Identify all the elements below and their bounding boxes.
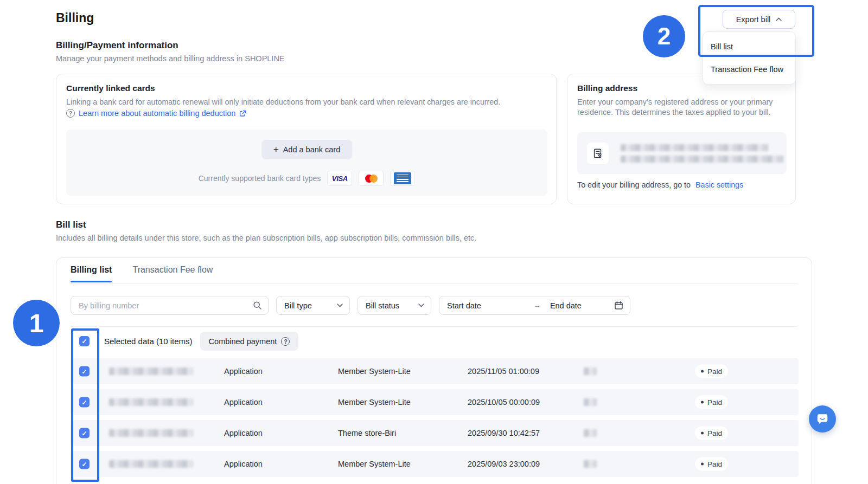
page-title: Billing xyxy=(56,11,94,25)
billing-address-title: Billing address xyxy=(577,83,637,93)
chat-bubble-icon xyxy=(815,412,829,426)
linked-cards-panel: + Add a bank card Currently supported ba… xyxy=(66,130,547,196)
calendar-icon xyxy=(614,301,623,310)
question-circle-icon: ? xyxy=(281,337,290,346)
status-badge: Paid xyxy=(695,365,728,378)
visa-card-icon: VISA xyxy=(327,171,352,186)
bill-date-cell: 2025/09/03 23:00:09 xyxy=(468,460,540,468)
bill-date-cell: 2025/10/05 00:00:09 xyxy=(468,398,540,406)
bill-list-subheading: Includes all billing details under this … xyxy=(56,234,476,242)
bill-name-cell: Member System-Lite xyxy=(338,367,411,376)
chevron-up-icon xyxy=(776,17,782,21)
range-arrow: → xyxy=(533,301,540,309)
combined-payment-button[interactable]: Combined payment ? xyxy=(200,332,299,351)
bill-type-select[interactable]: Bill type xyxy=(276,296,350,315)
annotation-step-2: 2 xyxy=(643,15,685,57)
bill-date-cell: 2025/11/05 01:00:09 xyxy=(468,367,539,376)
bill-name-cell: Theme store-Biri xyxy=(338,429,396,437)
search-icon xyxy=(253,301,262,310)
supported-card-types-row: Currently supported bank card types VISA xyxy=(66,171,547,186)
annotation-step-1: 1 xyxy=(13,300,60,346)
table-row: ✓ Application Member System-Lite 2025/10… xyxy=(71,389,799,415)
billing-address-description: Enter your company’s registered address … xyxy=(577,97,789,118)
filter-row: Bill type Bill status Start date → End d… xyxy=(71,296,630,315)
row-checkbox[interactable]: ✓ xyxy=(79,428,90,438)
chevron-down-icon xyxy=(418,304,424,307)
basic-settings-link[interactable]: Basic settings xyxy=(695,180,743,189)
row-checkbox[interactable]: ✓ xyxy=(79,459,90,469)
table-row: ✓ Application Theme store-Biri 2025/09/3… xyxy=(71,420,799,446)
tab-transaction-fee-flow[interactable]: Transaction Fee flow xyxy=(132,265,213,282)
row-checkbox[interactable]: ✓ xyxy=(79,397,90,408)
supported-types-label: Currently supported bank card types xyxy=(199,174,321,183)
payment-info-subheading: Manage your payment methods and billing … xyxy=(56,54,285,63)
selection-row: ✓ Selected data (10 items) Combined paym… xyxy=(71,327,797,356)
billing-address-panel xyxy=(577,132,787,174)
bill-list-heading: Bill list xyxy=(56,220,86,230)
redacted-address xyxy=(621,144,783,163)
bill-status-select[interactable]: Bill status xyxy=(358,296,431,315)
bill-type-cell: Application xyxy=(224,429,263,437)
linked-cards-description: Linking a bank card for automatic renewa… xyxy=(66,97,549,107)
external-link-icon xyxy=(239,110,246,117)
end-date-label: End date xyxy=(550,301,582,310)
bill-type-cell: Application xyxy=(224,398,263,406)
document-location-icon xyxy=(592,147,604,159)
question-circle-icon: ? xyxy=(66,109,75,118)
export-dropdown-menu: Bill list Transaction Fee flow xyxy=(703,31,796,85)
bill-name-cell: Member System-Lite xyxy=(338,460,411,468)
address-footer: To edit your billing address, go to Basi… xyxy=(577,180,743,189)
bill-name-cell: Member System-Lite xyxy=(338,398,411,406)
select-all-checkbox[interactable]: ✓ xyxy=(79,336,90,346)
tab-divider xyxy=(71,283,797,283)
redacted-billing-number xyxy=(109,398,193,406)
address-tile xyxy=(587,143,609,164)
menu-item-transaction-fee-flow[interactable]: Transaction Fee flow xyxy=(703,58,795,81)
linked-cards-title: Currently linked cards xyxy=(66,83,155,93)
redacted-amount xyxy=(584,367,597,375)
bill-list-tabbar: Billing list Transaction Fee flow xyxy=(71,265,213,282)
search-input[interactable] xyxy=(71,296,269,315)
table-row: ✓ Application Member System-Lite 2025/11… xyxy=(71,358,799,384)
tab-billing-list[interactable]: Billing list xyxy=(71,265,112,282)
selected-data-label: Selected data (10 items) xyxy=(104,337,193,346)
start-date-label: Start date xyxy=(447,301,481,310)
add-bank-card-button[interactable]: + Add a bank card xyxy=(261,140,353,159)
bill-type-cell: Application xyxy=(224,460,263,468)
learn-more-link[interactable]: ? Learn more about automatic billing ded… xyxy=(66,109,246,118)
redacted-amount xyxy=(584,460,597,468)
redacted-billing-number xyxy=(109,460,193,468)
payment-info-heading: Billing/Payment information xyxy=(56,40,178,51)
mastercard-icon xyxy=(359,171,384,186)
bill-date-cell: 2025/09/30 10:42:57 xyxy=(468,429,540,437)
bill-list-card: Billing list Transaction Fee flow Bill t… xyxy=(56,257,812,484)
learn-more-label: Learn more about automatic billing deduc… xyxy=(79,109,235,118)
billing-address-card: Billing address Enter your company’s reg… xyxy=(567,74,796,204)
redacted-amount xyxy=(584,398,597,406)
redacted-amount xyxy=(584,429,597,437)
bill-type-cell: Application xyxy=(224,367,263,376)
plus-icon: + xyxy=(273,144,279,155)
redacted-billing-number xyxy=(109,429,193,437)
status-badge: Paid xyxy=(695,396,728,409)
redacted-billing-number xyxy=(109,367,193,375)
linked-cards-card: Currently linked cards Linking a bank ca… xyxy=(56,74,557,204)
status-badge: Paid xyxy=(695,457,728,471)
date-range-picker[interactable]: Start date → End date xyxy=(439,296,630,315)
menu-item-bill-list[interactable]: Bill list xyxy=(703,35,795,58)
table-row: ✓ Application Member System-Lite 2025/09… xyxy=(71,451,799,477)
row-checkbox[interactable]: ✓ xyxy=(79,366,90,377)
status-badge: Paid xyxy=(695,427,728,440)
chat-widget-button[interactable] xyxy=(809,405,836,433)
billing-page: Billing Billing/Payment information Mana… xyxy=(0,0,868,484)
chevron-down-icon xyxy=(337,304,343,307)
billing-number-search[interactable] xyxy=(71,296,269,315)
amex-card-icon xyxy=(390,171,415,186)
export-bill-button[interactable]: Export bill xyxy=(723,10,795,29)
